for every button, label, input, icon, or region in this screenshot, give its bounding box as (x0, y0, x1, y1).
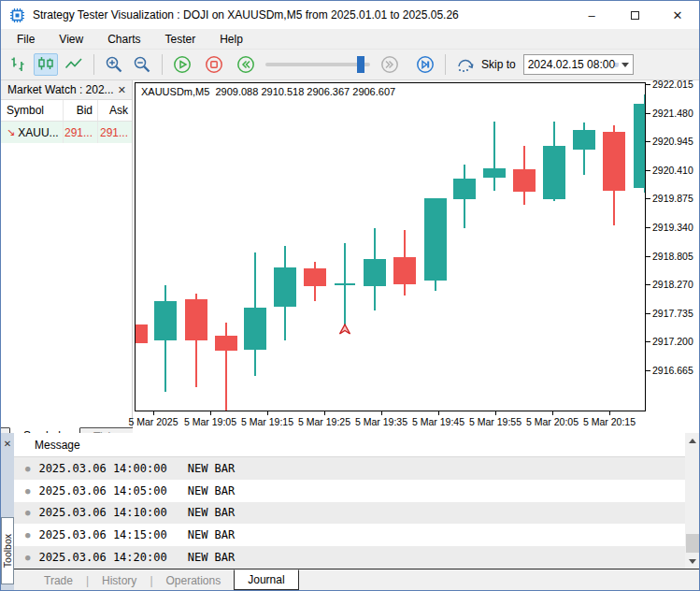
play-button[interactable] (170, 53, 194, 76)
journal-row[interactable]: ●2025.03.06 14:00:00NEW BAR (14, 457, 685, 480)
price-tick (646, 198, 650, 199)
journal-row[interactable]: ●2025.03.06 14:20:00NEW BAR (14, 546, 685, 569)
date-dropdown-caret[interactable] (621, 63, 629, 67)
market-watch-titlebar: Market Watch : 202... ✕ (1, 80, 132, 100)
market-watch-row[interactable]: ↘XAUU...291...291... (1, 122, 132, 143)
calendar-icon (615, 59, 619, 71)
time-tick (210, 411, 211, 415)
toolbar: Skip to 2024.02.15 08:00 (1, 50, 699, 80)
skip-to-date-button[interactable] (453, 53, 478, 76)
tab-operations[interactable]: Operations (153, 571, 235, 590)
candle-body-up (154, 301, 177, 340)
time-tick (609, 411, 610, 415)
minimize-button[interactable]: – (570, 1, 613, 29)
menu-item-help[interactable]: Help (207, 30, 255, 49)
candle-body-down (603, 132, 625, 191)
chart-plot[interactable]: XAUUSDm,M5 2909.088 2910.518 2906.367 29… (135, 82, 646, 411)
candle-body-up (453, 179, 476, 199)
price-tick (646, 84, 650, 85)
candle-body-up (543, 146, 565, 199)
toolbox-side-strip: ✕ Toolbox (1, 433, 14, 591)
price-tick (646, 227, 650, 228)
journal-message: NEW BAR (188, 551, 236, 564)
price-label: 2918.270 (652, 279, 693, 290)
maximize-button[interactable] (613, 1, 656, 29)
window-title: Strategy Tester Visualization : DOJI on … (33, 8, 459, 22)
skip-to-date-input[interactable]: 2024.02.15 08:00 (523, 54, 634, 75)
candle-wick (493, 122, 495, 191)
journal-time: 2025.03.06 14:20:00 (38, 551, 166, 564)
tab-trade[interactable]: Trade (31, 571, 86, 590)
candle-body-down (185, 299, 207, 340)
price-tick (646, 170, 650, 171)
toolbar-separator (93, 54, 94, 75)
column-header-symbol[interactable]: Symbol (1, 100, 64, 121)
journal-bullet-icon: ● (25, 553, 30, 562)
scroll-up-icon[interactable] (685, 433, 700, 448)
close-button[interactable]: ✕ (656, 1, 699, 29)
market-watch-close-icon[interactable]: ✕ (118, 84, 126, 96)
play-icon (172, 54, 193, 75)
tab-history[interactable]: History (89, 571, 150, 590)
price-label: 2916.665 (652, 365, 693, 376)
date-value: 2024.02.15 08:00 (528, 58, 615, 71)
menu-item-view[interactable]: View (47, 30, 95, 49)
stop-button[interactable] (202, 53, 226, 76)
journal-panel: Message ●2025.03.06 14:00:00NEW BAR●2025… (14, 433, 685, 569)
price-tick (646, 370, 650, 371)
time-tick (438, 411, 439, 415)
bar-chart-button[interactable] (6, 53, 30, 76)
column-header-bid[interactable]: Bid (64, 100, 98, 121)
doji-wick (344, 243, 346, 327)
market-watch-rows: ↘XAUU...291...291... (1, 122, 132, 143)
skip-to-end-button[interactable] (413, 53, 437, 76)
price-tick (646, 284, 650, 285)
symbol-name: XAUU... (18, 126, 58, 139)
price-label: 2921.480 (652, 108, 693, 119)
menu-item-charts[interactable]: Charts (95, 30, 152, 49)
time-tick (552, 411, 553, 415)
chart-legend: XAUUSDm,M5 2909.088 2910.518 2906.367 29… (141, 86, 395, 97)
candle-body-up (634, 104, 646, 188)
journal-row[interactable]: ●2025.03.06 14:15:00NEW BAR (14, 524, 685, 546)
toolbox-label: Toolbox (2, 534, 13, 568)
scroll-down-icon[interactable] (685, 554, 700, 569)
journal-bullet-icon: ● (25, 486, 30, 496)
line-chart-button[interactable] (62, 53, 86, 76)
app-chip-icon (9, 7, 25, 23)
time-tick (324, 411, 325, 415)
skip-to-end-icon (415, 54, 436, 75)
column-header-ask[interactable]: Ask (98, 100, 132, 121)
bottom-tab-bar: Trade|History|OperationsJournal (14, 569, 700, 591)
fast-forward-button[interactable] (378, 53, 402, 76)
candlestick-chart-button[interactable] (34, 53, 58, 76)
speed-slider[interactable] (265, 54, 370, 75)
time-tick (381, 411, 382, 415)
menu-bar: FileViewChartsTesterHelp (1, 29, 699, 50)
maximize-icon (631, 11, 639, 20)
journal-time: 2025.03.06 14:00:00 (38, 462, 166, 475)
rewind-button[interactable] (234, 53, 258, 76)
tab-journal[interactable]: Journal (234, 569, 298, 590)
journal-scrollbar[interactable] (685, 433, 700, 569)
menu-item-tester[interactable]: Tester (152, 30, 207, 49)
journal-message: NEW BAR (188, 462, 236, 475)
journal-row[interactable]: ●2025.03.06 14:10:00NEW BAR (14, 502, 685, 525)
journal-row[interactable]: ●2025.03.06 14:05:00NEW BAR (14, 480, 685, 502)
zoom-out-button[interactable] (130, 53, 154, 76)
candle-body-up (483, 168, 506, 178)
price-label: 2918.805 (652, 251, 693, 262)
journal-time: 2025.03.06 14:15:00 (38, 528, 166, 541)
scrollbar-thumb[interactable] (686, 534, 699, 553)
journal-bullet-icon: ● (25, 464, 30, 473)
journal-message: NEW BAR (188, 484, 236, 497)
journal-bullet-icon: ● (25, 530, 30, 540)
toolbox-close-icon[interactable]: ✕ (1, 439, 14, 449)
menu-item-file[interactable]: File (5, 30, 47, 49)
zoom-in-button[interactable] (102, 53, 126, 76)
rewind-icon (236, 54, 256, 75)
candle-body-down (513, 169, 536, 192)
toolbox-vertical-tab[interactable]: Toolbox (1, 517, 14, 584)
price-label: 2917.200 (652, 336, 693, 347)
slider-thumb[interactable] (357, 56, 364, 73)
